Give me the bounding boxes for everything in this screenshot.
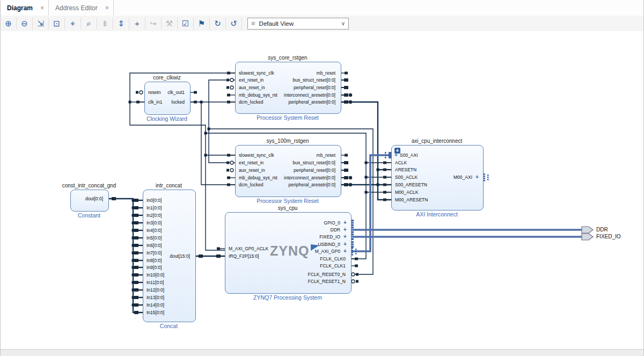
port-sys_cpu-FIXED_IO[interactable]: FIXED_IO bbox=[319, 234, 340, 239]
expand-interface-icon[interactable]: + bbox=[343, 227, 347, 233]
refresh-icon[interactable]: ↻ bbox=[210, 18, 226, 30]
block-core_clkwiz[interactable] bbox=[144, 82, 191, 115]
port-sys_100m_rstgen-mb_reset[interactable]: mb_reset bbox=[317, 152, 335, 158]
expand-interface-icon[interactable]: + bbox=[343, 220, 347, 226]
zoom-out-icon[interactable]: ⊖ bbox=[17, 18, 33, 30]
port-sys_core_rstgen-mb_reset[interactable]: mb_reset bbox=[317, 70, 335, 76]
block-expander-icon[interactable]: + bbox=[394, 148, 400, 154]
block-caption-sys_100m_rstgen: Processor System Reset bbox=[229, 198, 347, 204]
port-intr_concat-In3[0:0][interactable]: In3[0:0] bbox=[147, 220, 162, 226]
make-connection-icon[interactable]: ↪ bbox=[145, 18, 162, 30]
port-intr_concat-In1[0:0][interactable]: In1[0:0] bbox=[147, 205, 162, 210]
port-sys_core_rstgen-aux_reset_in[interactable]: aux_reset_in bbox=[239, 85, 265, 90]
port-intr_concat-In13[0:0][interactable]: In13[0:0] bbox=[147, 295, 164, 300]
collapse-hierarchy-icon[interactable]: ⇟ bbox=[97, 18, 113, 30]
zoom-to-selection-icon[interactable]: ⊡ bbox=[49, 18, 65, 30]
expand-hierarchy-icon[interactable]: ⇕ bbox=[113, 18, 129, 30]
port-core_clkwiz-clk_out1[interactable]: clk_out1 bbox=[167, 90, 185, 95]
port-sys_core_rstgen-peripheral_aresetn[0:0][interactable]: peripheral_aresetn[0:0] bbox=[289, 99, 335, 105]
port-sys_100m_rstgen-aux_reset_in[interactable]: aux_reset_in bbox=[239, 168, 265, 173]
port-sys_cpu-USBIND_0[interactable]: USBIND_0 bbox=[318, 242, 340, 247]
port-pin bbox=[217, 248, 220, 250]
tab-address-editor[interactable]: Address Editor× bbox=[49, 0, 114, 16]
close-icon[interactable]: × bbox=[105, 4, 109, 12]
port-sys_100m_rstgen-mb_debug_sys_rst[interactable]: mb_debug_sys_rst bbox=[239, 175, 277, 180]
port-sys_100m_rstgen-peripheral_aresetn[0:0][interactable]: peripheral_aresetn[0:0] bbox=[289, 182, 335, 187]
pending-connection-dots bbox=[355, 253, 357, 255]
port-axi_cpu_interconnect-S00_AXI[interactable]: S00_AXI bbox=[400, 152, 418, 158]
port-sys_core_rstgen-slowest_sync_clk[interactable]: slowest_sync_clk bbox=[239, 70, 274, 76]
port-sys_cpu-FCLK_RESET0_N[interactable]: FCLK_RESET0_N bbox=[308, 272, 346, 277]
port-sys_core_rstgen-dcm_locked[interactable]: dcm_locked bbox=[239, 99, 263, 105]
add-ip-icon[interactable]: + bbox=[129, 18, 145, 30]
port-intr_concat-In5[0:0][interactable]: In5[0:0] bbox=[147, 235, 162, 241]
port-sys_100m_rstgen-ext_reset_in[interactable]: ext_reset_in bbox=[239, 160, 264, 165]
search-icon[interactable]: ⌕ bbox=[81, 18, 97, 30]
port-sys_cpu-GPIO_0[interactable]: GPIO_0 bbox=[324, 220, 340, 226]
zoom-fit-icon[interactable]: ⇲ bbox=[33, 18, 49, 30]
port-intr_concat-In14[0:0][interactable]: In14[0:0] bbox=[147, 302, 164, 308]
port-pin bbox=[216, 255, 221, 258]
port-axi_cpu_interconnect-M00_ACLK[interactable]: M00_ACLK bbox=[395, 190, 418, 195]
port-sys_cpu-FCLK_CLK0[interactable]: FCLK_CLK0 bbox=[320, 256, 346, 261]
zoom-in-icon[interactable]: ⊕ bbox=[1, 18, 17, 30]
port-core_clkwiz-resetn[interactable]: resetn bbox=[148, 90, 161, 95]
port-sys_100m_rstgen-slowest_sync_clk[interactable]: slowest_sync_clk bbox=[239, 152, 274, 158]
port-intr_concat-In7[0:0][interactable]: In7[0:0] bbox=[147, 250, 162, 256]
horizontal-scrollbar[interactable] bbox=[1, 349, 643, 356]
close-icon[interactable]: × bbox=[40, 4, 44, 12]
port-intr_concat-In15[0:0][interactable]: In15[0:0] bbox=[147, 310, 164, 315]
port-intr_concat-In10[0:0][interactable]: In10[0:0] bbox=[147, 272, 164, 278]
port-sys_core_rstgen-interconnect_aresetn[0:0][interactable]: interconnect_aresetn[0:0] bbox=[284, 92, 335, 98]
port-sys_cpu-M_AXI_GP0[interactable]: M_AXI_GP0 bbox=[315, 249, 340, 254]
port-intr_concat-dout[15:0][interactable]: dout[15:0] bbox=[170, 253, 190, 259]
port-axi_cpu_interconnect-M00_ARESETN[interactable]: M00_ARESETN bbox=[395, 197, 428, 202]
port-pin bbox=[345, 154, 348, 157]
port-intr_concat-In11[0:0][interactable]: In11[0:0] bbox=[147, 280, 164, 285]
port-sys_100m_rstgen-peripheral_reset[0:0][interactable]: peripheral_reset[0:0] bbox=[294, 168, 335, 173]
port-axi_cpu_interconnect-M00_AXI[interactable]: M00_AXI bbox=[453, 175, 472, 180]
port-const_intr_concat_gnd-dout[0:0][interactable]: dout[0:0] bbox=[85, 196, 103, 201]
port-pin bbox=[383, 169, 386, 171]
autofit-selection-icon[interactable]: ⌖ bbox=[65, 18, 81, 30]
port-sys_core_rstgen-ext_reset_in[interactable]: ext_reset_in bbox=[239, 77, 264, 83]
expand-interface-icon[interactable]: + bbox=[475, 175, 479, 180]
port-axi_cpu_interconnect-S00_ARESETN[interactable]: S00_ARESETN bbox=[395, 182, 427, 187]
port-intr_concat-In9[0:0][interactable]: In9[0:0] bbox=[147, 265, 162, 270]
expand-interface-icon[interactable]: + bbox=[343, 234, 347, 239]
port-axi_cpu_interconnect-S00_ACLK[interactable]: S00_ACLK bbox=[395, 175, 418, 180]
port-sys_cpu-FCLK_CLK1[interactable]: FCLK_CLK1 bbox=[320, 263, 346, 268]
external-port-label-DDR[interactable]: DDR bbox=[596, 227, 608, 233]
pin-icon[interactable]: ⚑ bbox=[194, 18, 210, 30]
port-sys_core_rstgen-bus_struct_reset[0:0][interactable]: bus_struct_reset[0:0] bbox=[293, 77, 335, 83]
port-sys_cpu-FCLK_RESET1_N[interactable]: FCLK_RESET1_N bbox=[308, 279, 346, 284]
port-sys_100m_rstgen-bus_struct_reset[0:0][interactable]: bus_struct_reset[0:0] bbox=[293, 160, 335, 165]
port-pin bbox=[383, 176, 386, 179]
validate-design-icon[interactable]: ☑ bbox=[178, 18, 194, 30]
port-sys_core_rstgen-mb_debug_sys_rst[interactable]: mb_debug_sys_rst bbox=[239, 92, 277, 98]
port-sys_cpu-DDR[interactable]: DDR bbox=[331, 227, 340, 233]
port-sys_cpu-IRQ_F2P[15:0][interactable]: IRQ_F2P[15:0] bbox=[229, 253, 259, 259]
port-intr_concat-In6[0:0][interactable]: In6[0:0] bbox=[147, 243, 162, 248]
expand-interface-icon[interactable]: + bbox=[343, 249, 347, 254]
port-sys_core_rstgen-peripheral_reset[0:0][interactable]: peripheral_reset[0:0] bbox=[294, 85, 335, 90]
port-sys_100m_rstgen-dcm_locked[interactable]: dcm_locked bbox=[239, 182, 263, 187]
diagram-canvas[interactable]: core_clkwizClocking Wizardresetnclk_in1c… bbox=[1, 31, 643, 349]
port-axi_cpu_interconnect-ACLK[interactable]: ACLK bbox=[395, 160, 407, 165]
port-sys_100m_rstgen-interconnect_aresetn[0:0][interactable]: interconnect_aresetn[0:0] bbox=[284, 175, 335, 180]
port-axi_cpu_interconnect-ARESETN[interactable]: ARESETN bbox=[395, 167, 416, 172]
expand-interface-icon[interactable]: + bbox=[343, 242, 347, 247]
view-selector-dropdown[interactable]: ≡Default View∨ bbox=[247, 18, 349, 30]
regenerate-layout-icon[interactable]: ↺ bbox=[226, 18, 242, 30]
customize-block-icon[interactable]: ⚒ bbox=[162, 18, 178, 30]
port-core_clkwiz-clk_in1[interactable]: clk_in1 bbox=[148, 99, 162, 105]
port-intr_concat-In8[0:0][interactable]: In8[0:0] bbox=[147, 258, 162, 263]
port-intr_concat-In12[0:0][interactable]: In12[0:0] bbox=[147, 287, 164, 293]
port-intr_concat-In2[0:0][interactable]: In2[0:0] bbox=[147, 213, 162, 218]
external-port-label-FIXED_IO[interactable]: FIXED_IO bbox=[596, 234, 621, 240]
port-intr_concat-In0[0:0][interactable]: In0[0:0] bbox=[147, 198, 162, 203]
tab-diagram[interactable]: Diagram× bbox=[1, 0, 49, 16]
port-intr_concat-In4[0:0][interactable]: In4[0:0] bbox=[147, 228, 162, 233]
port-sys_cpu-M_AXI_GP0_ACLK[interactable]: M_AXI_GP0_ACLK bbox=[229, 246, 268, 251]
port-core_clkwiz-locked[interactable]: locked bbox=[171, 99, 185, 105]
